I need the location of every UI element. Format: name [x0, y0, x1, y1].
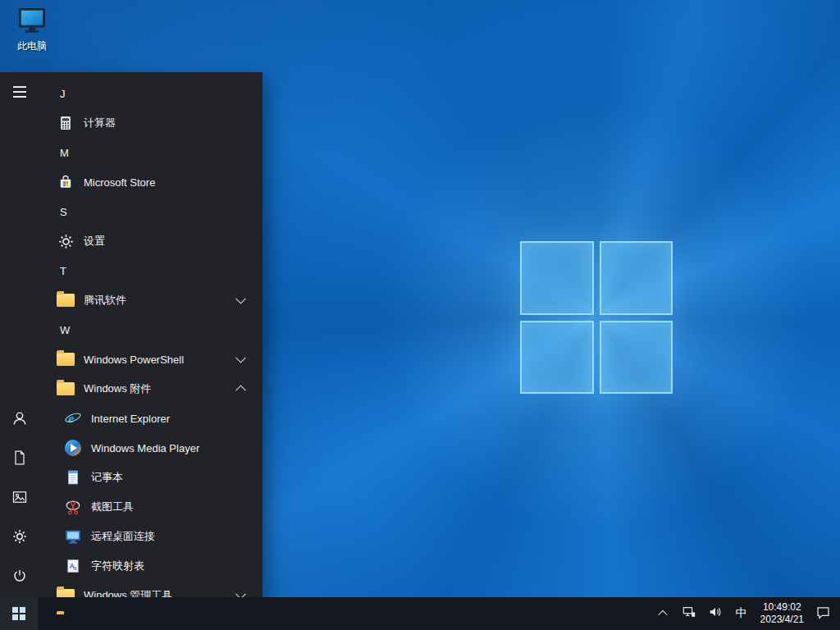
clock-date: 2023/4/21: [760, 614, 804, 626]
svg-text:a: a: [74, 565, 77, 571]
file-explorer-button[interactable]: [38, 597, 75, 630]
app-label: Internet Explorer: [91, 413, 170, 425]
notepad-icon: [63, 468, 83, 487]
start-section-w[interactable]: W: [39, 315, 262, 345]
app-label: 字符映射表: [91, 559, 144, 573]
start-button[interactable]: [0, 597, 38, 630]
start-section-s[interactable]: S: [39, 197, 262, 226]
clock-button[interactable]: 10:49:02 2023/4/21: [755, 597, 810, 630]
computer-monitor-icon: [16, 7, 48, 38]
action-center-button[interactable]: [810, 597, 840, 630]
snipping-tool-icon: [63, 497, 83, 517]
folder-label: Windows PowerShell: [84, 354, 184, 366]
volume-button[interactable]: [702, 597, 728, 630]
network-button[interactable]: [676, 597, 702, 630]
desktop-icon-this-pc[interactable]: 此电脑: [10, 7, 54, 53]
section-letter: J: [60, 88, 66, 100]
chevron-down-icon: [235, 294, 246, 304]
settings-gear-icon: [11, 528, 28, 548]
ime-indicator-label: 中: [736, 606, 747, 621]
hidden-icons-button[interactable]: [650, 597, 676, 630]
start-app-remote-desktop[interactable]: 远程桌面连接: [39, 522, 262, 551]
start-app-list: J 计算器 M: [39, 72, 262, 597]
chevron-down-icon: [235, 589, 246, 597]
taskbar: 中 10:49:02 2023/4/21: [0, 597, 840, 630]
folder-icon: [56, 586, 75, 597]
power-button[interactable]: [0, 558, 39, 597]
internet-explorer-icon: e: [63, 409, 83, 428]
ime-indicator-button[interactable]: 中: [728, 597, 755, 630]
media-player-icon: [63, 438, 83, 458]
action-center-icon: [815, 605, 831, 623]
documents-button[interactable]: [0, 440, 39, 479]
start-folder-tencent-software[interactable]: 腾讯软件: [39, 285, 262, 315]
start-app-notepad[interactable]: 记事本: [39, 463, 262, 492]
folder-label: Windows 管理工具: [84, 588, 172, 597]
app-label: 远程桌面连接: [91, 529, 155, 544]
start-app-windows-media-player[interactable]: Windows Media Player: [39, 433, 262, 463]
expand-menu-button[interactable]: [0, 72, 39, 112]
start-app-microsoft-store[interactable]: Microsoft Store: [39, 167, 262, 197]
clock-time: 10:49:02: [760, 601, 804, 614]
start-folder-windows-admin-tools[interactable]: Windows 管理工具: [39, 581, 262, 597]
section-letter: W: [60, 324, 70, 336]
app-label: 设置: [84, 234, 105, 249]
folder-label: Windows 附件: [84, 381, 151, 396]
pictures-button[interactable]: [0, 479, 39, 518]
section-letter: T: [60, 265, 66, 277]
start-folder-windows-accessories[interactable]: Windows 附件: [39, 374, 262, 404]
volume-icon: [708, 605, 723, 623]
start-menu-rail: [0, 72, 39, 597]
section-letter: M: [60, 147, 69, 159]
svg-text:e: e: [69, 411, 75, 425]
wallpaper-windows-logo: [520, 241, 673, 394]
folder-icon: [56, 379, 75, 399]
desktop-icon-label: 此电脑: [17, 39, 47, 53]
app-label: 截图工具: [91, 500, 134, 514]
character-map-icon: A a: [63, 556, 83, 576]
documents-icon: [11, 450, 28, 469]
app-label: Windows Media Player: [91, 442, 199, 454]
windows-logo-icon: [12, 607, 25, 620]
folder-icon: [56, 349, 75, 369]
section-letter: S: [60, 206, 67, 218]
user-account-icon: [11, 409, 29, 431]
start-app-snipping-tool[interactable]: 截图工具: [39, 492, 262, 522]
hidden-icons-chevron-icon: [658, 610, 667, 619]
app-label: 记事本: [91, 470, 123, 485]
chevron-up-icon: [235, 385, 246, 395]
remote-desktop-icon: [63, 527, 83, 546]
app-label: 计算器: [84, 116, 116, 130]
chevron-down-icon: [235, 353, 246, 363]
pictures-icon: [11, 489, 28, 509]
start-app-internet-explorer[interactable]: e Internet Explorer: [39, 404, 262, 433]
start-app-calculator[interactable]: 计算器: [39, 108, 262, 138]
user-account-button[interactable]: [0, 400, 39, 440]
gear-icon: [56, 231, 75, 251]
calculator-icon: [56, 113, 75, 133]
start-app-settings[interactable]: 设置: [39, 226, 262, 256]
folder-icon: [56, 290, 75, 310]
start-section-m[interactable]: M: [39, 138, 262, 167]
start-app-character-map[interactable]: A a 字符映射表: [39, 551, 262, 581]
app-label: Microsoft Store: [84, 176, 155, 189]
start-section-t[interactable]: T: [39, 256, 262, 285]
power-icon: [11, 568, 28, 587]
folder-label: 腾讯软件: [84, 293, 126, 308]
start-section-j[interactable]: J: [39, 79, 262, 108]
start-menu: J 计算器 M: [0, 72, 262, 597]
settings-button[interactable]: [0, 518, 39, 558]
start-folder-windows-powershell[interactable]: Windows PowerShell: [39, 345, 262, 374]
network-icon: [682, 605, 696, 623]
system-tray: 中 10:49:02 2023/4/21: [650, 597, 840, 630]
store-icon: [56, 172, 75, 192]
hamburger-menu-icon: [13, 86, 26, 98]
